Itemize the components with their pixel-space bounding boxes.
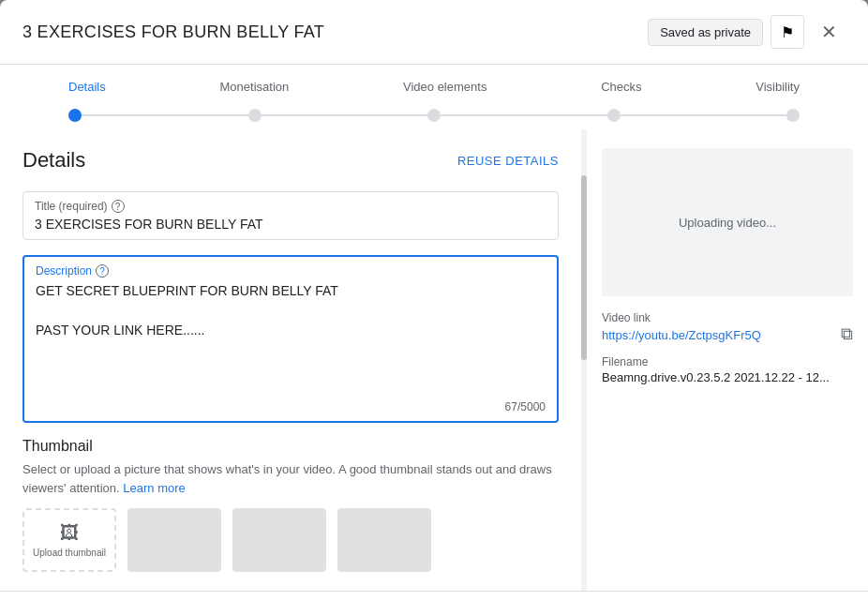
section-title: Details [22, 148, 85, 173]
description-field-group: Description ? GET SECRET BLUEPRINT FOR B… [22, 255, 559, 423]
description-field-box: Description ? GET SECRET BLUEPRINT FOR B… [22, 255, 559, 423]
filename-label: Filename [602, 355, 853, 368]
modal-footer: Uploading 35% ... 6 minutes left NEXT [0, 591, 868, 601]
modal-header: 3 EXERCISES FOR BURN BELLY FAT Saved as … [0, 0, 868, 65]
description-input[interactable]: GET SECRET BLUEPRINT FOR BURN BELLY FAT … [36, 281, 546, 394]
copy-link-button[interactable]: ⧉ [841, 324, 853, 344]
close-button[interactable]: ✕ [812, 15, 846, 49]
left-panel: Details REUSE DETAILS Title (required) ? [0, 129, 581, 591]
step-dot-video-elements [427, 109, 441, 122]
video-link-row: Video link https://youtu.be/ZctpsgKFr5Q … [602, 311, 853, 344]
modal-title: 3 EXERCISES FOR BURN BELLY FAT [22, 23, 324, 42]
step-dot-checks [607, 109, 621, 122]
saved-badge: Saved as private [648, 19, 763, 46]
step-dot-details [68, 109, 82, 122]
flag-icon: ⚑ [781, 23, 794, 41]
step-label-monetisation[interactable]: Monetisation [220, 80, 290, 94]
video-link[interactable]: https://youtu.be/ZctpsgKFr5Q [602, 328, 761, 342]
copy-icon: ⧉ [841, 324, 853, 343]
char-count: 67/5000 [36, 400, 546, 413]
upload-image-icon: 🖼 [60, 522, 79, 544]
title-field-box: Title (required) ? [22, 191, 559, 240]
reuse-details-button[interactable]: REUSE DETAILS [457, 154, 559, 168]
step-label-video-elements[interactable]: Video elements [403, 80, 486, 94]
thumbnail-title: Thumbnail [22, 438, 559, 455]
thumbnail-section: Thumbnail Select or upload a picture tha… [22, 438, 559, 572]
title-input[interactable] [35, 217, 546, 232]
video-link-label: Video link [602, 311, 853, 324]
close-icon: ✕ [821, 21, 837, 43]
upload-modal: 3 EXERCISES FOR BURN BELLY FAT Saved as … [0, 0, 868, 601]
scrollbar[interactable] [581, 129, 587, 591]
section-header: Details REUSE DETAILS [22, 148, 559, 173]
thumbnail-preview-1[interactable] [127, 508, 221, 572]
step-label-checks[interactable]: Checks [601, 80, 641, 94]
right-panel: Uploading video... Video link https://yo… [587, 129, 868, 591]
step-label-details[interactable]: Details [68, 80, 106, 94]
description-help-icon[interactable]: ? [96, 264, 109, 278]
header-actions: Saved as private ⚑ ✕ [648, 15, 846, 49]
thumbnail-preview-2[interactable] [232, 508, 326, 572]
step-dot-visibility [786, 109, 800, 122]
steps-nav: Details Monetisation Video elements Chec… [0, 65, 868, 129]
step-dot-monetisation [248, 109, 262, 122]
flag-button[interactable]: ⚑ [771, 15, 804, 49]
thumbnail-preview-3[interactable] [337, 508, 431, 572]
scroll-thumb [581, 175, 587, 360]
step-label-visibility[interactable]: Visibility [756, 80, 800, 94]
filename-row: Filename Beamng.drive.v0.23.5.2 2021.12.… [602, 355, 853, 384]
description-label: Description ? [36, 264, 546, 278]
thumbnail-row: 🖼 Upload thumbnail [22, 508, 559, 572]
video-preview: Uploading video... [602, 148, 853, 296]
filename-value: Beamng.drive.v0.23.5.2 2021.12.22 - 12..… [602, 370, 853, 384]
learn-more-link[interactable]: Learn more [123, 481, 185, 495]
title-field-group: Title (required) ? [22, 191, 559, 240]
thumbnail-upload-button[interactable]: 🖼 Upload thumbnail [22, 508, 116, 572]
thumbnail-desc: Select or upload a picture that shows wh… [22, 460, 559, 497]
title-help-icon[interactable]: ? [112, 200, 125, 213]
title-label: Title (required) ? [35, 200, 546, 213]
